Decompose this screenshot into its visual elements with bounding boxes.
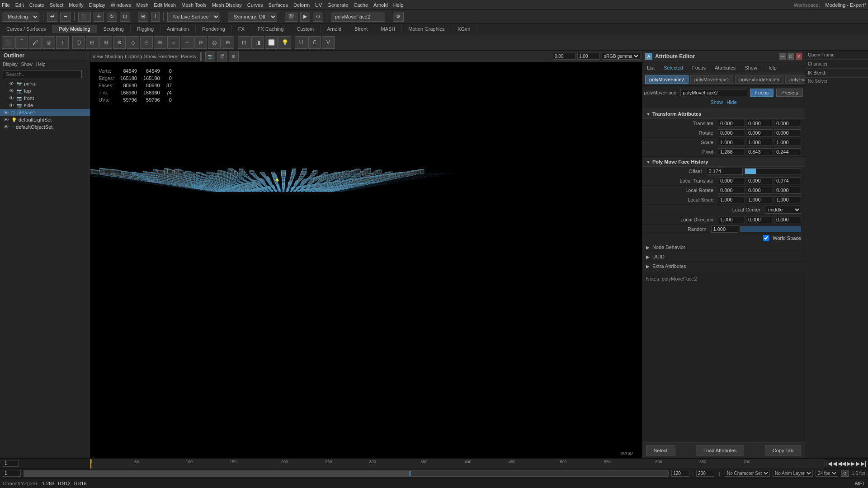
local-center-select[interactable]: middle bottom top (765, 206, 801, 214)
color-icon[interactable]: C (308, 36, 321, 49)
attr-tab-selected[interactable]: Selected (662, 64, 685, 71)
offset-slider[interactable] (745, 168, 802, 174)
ipr-btn[interactable]: ⊙ (313, 12, 323, 22)
go-end-btn[interactable]: ▶| (861, 460, 866, 467)
textured-icon[interactable]: ⬜ (265, 36, 278, 49)
lasso-icon[interactable]: ⌒ (15, 36, 28, 49)
attr-tab-list[interactable]: List (645, 64, 656, 71)
pivot-y-input[interactable] (746, 148, 773, 155)
local-direction-y-input[interactable] (746, 216, 773, 223)
vp-value1-input[interactable] (553, 53, 576, 60)
translate-y-input[interactable] (746, 120, 773, 127)
local-translate-x-input[interactable] (718, 177, 745, 184)
local-translate-z-input[interactable] (774, 177, 801, 184)
mirror-icon[interactable]: ↔ (181, 36, 193, 49)
local-scale-z-input[interactable] (774, 196, 801, 203)
menu-mesh-display[interactable]: Mesh Display (212, 2, 242, 8)
local-direction-x-input[interactable] (718, 216, 745, 223)
mode-dropdown[interactable]: Modeling (2, 12, 39, 22)
anim-end-input[interactable] (696, 470, 714, 477)
move-tool-btn[interactable]: ✛ (94, 12, 104, 22)
select-button[interactable]: Select (646, 446, 675, 455)
tab-arnold[interactable]: Arnold (321, 25, 348, 33)
combine-icon[interactable]: ⊕ (222, 36, 234, 49)
snap-grid-btn[interactable]: ⊞ (138, 12, 148, 22)
wireframe-icon[interactable]: ⊡ (238, 36, 250, 49)
bridge-icon[interactable]: ⊞ (99, 36, 112, 49)
menu-deform[interactable]: Deform (293, 2, 310, 8)
fill-hole-icon[interactable]: ○ (167, 36, 180, 49)
no-anim-layer-select[interactable]: No Anim Layer (773, 470, 813, 477)
outliner-help-menu[interactable]: Help (36, 62, 46, 67)
snap-curve-btn[interactable]: ⌇ (151, 12, 160, 22)
menu-create[interactable]: Create (29, 2, 44, 8)
rotate-x-input[interactable] (718, 129, 745, 136)
tab-poly-modeling[interactable]: Poly Modeling (52, 25, 97, 33)
vp-view-menu[interactable]: View (92, 54, 103, 59)
symmetry-dropdown[interactable]: Symmetry: Off (228, 12, 277, 22)
show-btn[interactable]: Show (710, 99, 723, 105)
menu-arnold[interactable]: Arnold (373, 2, 388, 8)
workspace-value[interactable]: Modeling - Expert* (826, 2, 867, 8)
transform-section-header[interactable]: ▼ Transform Attributes (642, 109, 805, 119)
render-btn[interactable]: 🎬 (285, 12, 297, 22)
bevel-icon[interactable]: ◇ (127, 36, 139, 49)
create-poly-icon[interactable]: ⬡ (72, 36, 85, 49)
menu-cache[interactable]: Cache (354, 2, 368, 8)
tab-rigging[interactable]: Rigging (131, 25, 160, 33)
menu-mesh[interactable]: Mesh (136, 2, 148, 8)
outliner-display-menu[interactable]: Display (3, 62, 18, 67)
redo-btn[interactable]: ↪ (60, 12, 71, 22)
search-input[interactable] (3, 70, 82, 78)
outliner-show-menu[interactable]: Show (21, 62, 33, 67)
pivot-z-input[interactable] (774, 148, 801, 155)
uuid-section[interactable]: ▶ UUID (642, 252, 805, 262)
maximize-btn[interactable]: □ (788, 53, 794, 60)
vp-value2-input[interactable] (577, 53, 600, 60)
lighting-icon[interactable]: 💡 (278, 36, 291, 49)
menu-curves[interactable]: Curves (247, 2, 263, 8)
outliner-item-side[interactable]: 👁 📷 side (0, 102, 90, 109)
local-direction-z-input[interactable] (774, 216, 801, 223)
viewport[interactable]: View Shading Lighting Show Renderer Pane… (90, 51, 642, 458)
vp-cam-icon[interactable]: 📷 (205, 52, 215, 61)
local-rotate-x-input[interactable] (718, 187, 745, 194)
attr-tab-attributes[interactable]: Attributes (713, 64, 737, 71)
close-btn[interactable]: ✕ (796, 53, 802, 60)
outliner-item-persp[interactable]: 👁 📷 persp (0, 80, 90, 87)
range-end-input[interactable] (671, 470, 689, 477)
vp-film-icon[interactable]: 🎬 (217, 52, 227, 61)
attr-tab-show[interactable]: Show (743, 64, 759, 71)
menu-uv[interactable]: UV (315, 2, 322, 8)
menu-edit-mesh[interactable]: Edit Mesh (154, 2, 176, 8)
pivot-x-input[interactable] (718, 148, 745, 155)
extrude-icon[interactable]: ⊟ (86, 36, 99, 49)
menu-file[interactable]: File (2, 2, 10, 8)
vp-lighting-menu[interactable]: Lighting (125, 54, 142, 59)
node-name-field[interactable] (680, 89, 747, 96)
select-all-icon[interactable]: ⬛ (2, 36, 14, 49)
step-back-btn[interactable]: ◀ (833, 460, 837, 467)
render-seq-btn[interactable]: ▶ (300, 12, 310, 22)
tab-motion-graphics[interactable]: Motion Graphics (402, 25, 451, 33)
vp-shading-menu[interactable]: Shading (105, 54, 123, 59)
rotate-tool-btn[interactable]: ↻ (107, 12, 117, 22)
tab-sculpting[interactable]: Sculpting (97, 25, 131, 33)
no-live-surface-dropdown[interactable]: No Live Surface (167, 12, 220, 22)
play-fwd-btn[interactable]: ▶▶ (847, 460, 855, 467)
tab-animation[interactable]: Animation (160, 25, 196, 33)
local-scale-y-input[interactable] (746, 196, 773, 203)
hide-btn[interactable]: Hide (726, 99, 737, 105)
scale-y-input[interactable] (746, 139, 773, 146)
menu-edit[interactable]: Edit (15, 2, 24, 8)
vp-grid-icon[interactable]: ⊞ (229, 52, 239, 61)
node-tab-polyextrudeface5[interactable]: polyExtrudeFace5 (735, 75, 783, 84)
local-scale-x-input[interactable] (718, 196, 745, 203)
select-tool-btn[interactable]: ⬛ (78, 12, 91, 22)
poly-move-section-header[interactable]: ▼ Poly Move Face History (642, 157, 805, 167)
copy-tab-button[interactable]: Copy Tab (765, 446, 801, 455)
outliner-item-top[interactable]: 👁 📷 top (0, 87, 90, 94)
menu-select[interactable]: Select (50, 2, 64, 8)
focus-button[interactable]: Focus (750, 89, 774, 97)
attr-tab-help[interactable]: Help (764, 64, 778, 71)
